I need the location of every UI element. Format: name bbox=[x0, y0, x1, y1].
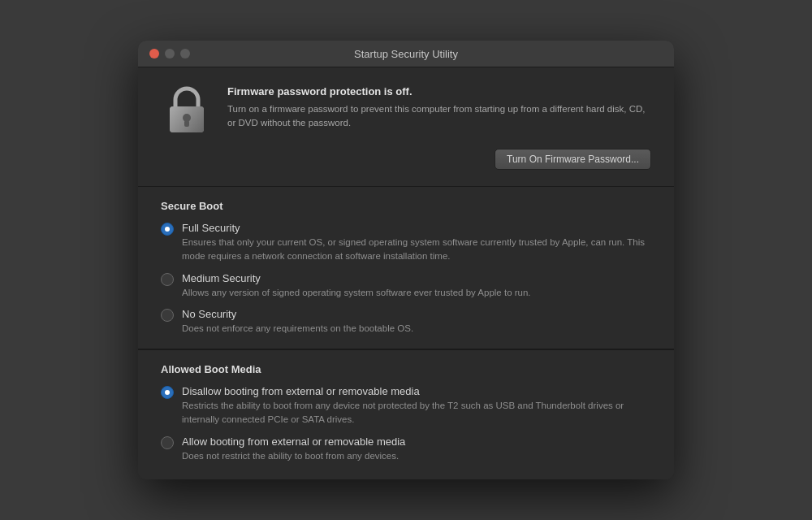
traffic-lights bbox=[149, 49, 190, 58]
minimize-button[interactable] bbox=[165, 49, 175, 58]
boot-media-option-disallow: Disallow booting from external or remova… bbox=[161, 385, 651, 427]
window: Startup Security Utility bbox=[138, 41, 674, 479]
secure-boot-medium-desc: Allows any version of signed operating s… bbox=[182, 286, 651, 300]
boot-media-allow-desc: Does not restrict the ability to boot fr… bbox=[182, 449, 651, 463]
secure-boot-full-desc: Ensures that only your current OS, or si… bbox=[182, 236, 651, 264]
allowed-boot-section: Allowed Boot Media Disallow booting from… bbox=[138, 350, 674, 479]
firmware-description: Turn on a firmware password to prevent t… bbox=[227, 102, 651, 131]
secure-boot-option-none: No Security Does not enforce any require… bbox=[161, 308, 651, 336]
boot-media-disallow-label: Disallow booting from external or remova… bbox=[182, 385, 651, 397]
secure-boot-option-medium: Medium Security Allows any version of si… bbox=[161, 272, 651, 300]
secure-boot-title: Secure Boot bbox=[161, 200, 651, 212]
turn-on-firmware-password-button[interactable]: Turn On Firmware Password... bbox=[495, 149, 651, 170]
boot-media-allow-label: Allow booting from external or removable… bbox=[182, 436, 651, 448]
secure-boot-full-label: Full Security bbox=[182, 222, 651, 234]
secure-boot-none-desc: Does not enforce any requirements on the… bbox=[182, 322, 651, 336]
lock-icon bbox=[161, 85, 213, 137]
window-title: Startup Security Utility bbox=[354, 48, 458, 60]
secure-boot-full-radio[interactable] bbox=[161, 223, 174, 236]
firmware-title: Firmware password protection is off. bbox=[227, 85, 651, 98]
boot-media-allow-radio[interactable] bbox=[161, 436, 174, 449]
maximize-button[interactable] bbox=[180, 49, 190, 58]
secure-boot-none-label: No Security bbox=[182, 308, 651, 320]
boot-media-option-allow: Allow booting from external or removable… bbox=[161, 436, 651, 463]
allowed-boot-title: Allowed Boot Media bbox=[161, 363, 651, 375]
secure-boot-none-radio[interactable] bbox=[161, 309, 174, 322]
content: Firmware password protection is off. Tur… bbox=[138, 67, 674, 479]
firmware-text-block: Firmware password protection is off. Tur… bbox=[227, 85, 651, 131]
boot-media-disallow-radio[interactable] bbox=[161, 386, 174, 399]
svg-rect-3 bbox=[184, 120, 189, 127]
titlebar: Startup Security Utility bbox=[138, 41, 674, 67]
firmware-section: Firmware password protection is off. Tur… bbox=[138, 67, 674, 187]
firmware-top: Firmware password protection is off. Tur… bbox=[161, 85, 651, 137]
secure-boot-option-full: Full Security Ensures that only your cur… bbox=[161, 222, 651, 264]
boot-media-disallow-desc: Restricts the ability to boot from any d… bbox=[182, 399, 651, 427]
firmware-button-row: Turn On Firmware Password... bbox=[161, 149, 651, 170]
close-button[interactable] bbox=[149, 49, 159, 58]
secure-boot-section: Secure Boot Full Security Ensures that o… bbox=[138, 187, 674, 349]
secure-boot-medium-radio[interactable] bbox=[161, 273, 174, 286]
secure-boot-medium-label: Medium Security bbox=[182, 272, 651, 284]
